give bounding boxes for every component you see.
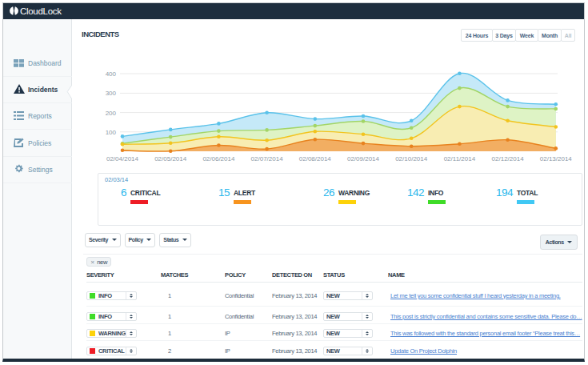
svg-text:02/05/2014: 02/05/2014 [154, 155, 187, 162]
svg-text:02/13/2014: 02/13/2014 [540, 155, 573, 162]
svg-text:02/04/2014: 02/04/2014 [106, 155, 139, 162]
svg-text:02/10/2014: 02/10/2014 [395, 155, 428, 162]
svg-text:300: 300 [106, 90, 117, 97]
svg-text:02/11/2014: 02/11/2014 [444, 155, 476, 162]
svg-text:400: 400 [106, 70, 117, 78]
svg-text:02/08/2014: 02/08/2014 [299, 155, 332, 162]
svg-text:02/12/2014: 02/12/2014 [492, 155, 525, 162]
svg-text:200: 200 [106, 110, 117, 117]
svg-text:100: 100 [106, 129, 117, 136]
svg-text:02/07/2014: 02/07/2014 [251, 155, 284, 162]
svg-text:02/06/2014: 02/06/2014 [202, 155, 235, 162]
svg-text:02/09/2014: 02/09/2014 [347, 155, 380, 162]
